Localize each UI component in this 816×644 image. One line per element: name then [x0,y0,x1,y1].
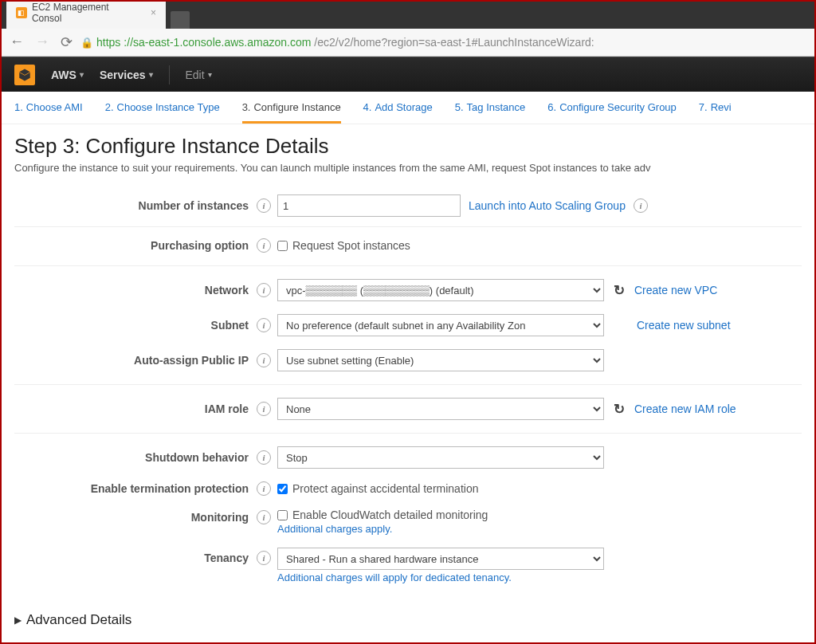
launch-asg-link[interactable]: Launch into Auto Scaling Group [469,199,626,212]
wizard-step-2[interactable]: 2.Choose Instance Type [105,101,220,124]
info-icon[interactable]: i [257,402,271,416]
new-tab-button[interactable] [171,11,190,29]
services-label: Services [100,69,146,81]
tab-close-icon[interactable]: × [151,7,156,18]
wizard-step-7[interactable]: 7.Revi [699,101,732,124]
info-icon[interactable]: i [257,318,271,332]
wizard-step-nav: 1.Choose AMI 2.Choose Instance Type 3.Co… [2,92,814,124]
row-public-ip: Auto-assign Public IP i Use subnet setti… [14,343,802,385]
browser-chrome: ◧ EC2 Management Consol × ← → ⟳ 🔒 https … [2,2,814,57]
edit-label: Edit [186,69,205,81]
info-icon[interactable]: i [257,481,271,496]
row-subnet: Subnet i No preference (default subnet i… [14,308,802,343]
iam-select[interactable]: None [277,398,604,420]
num-instances-input[interactable] [277,194,461,217]
aws-label: AWS [51,69,76,81]
info-icon[interactable]: i [634,198,648,213]
info-icon[interactable]: i [257,283,271,297]
termination-protection-checkbox[interactable] [277,484,288,494]
info-icon[interactable]: i [257,510,271,524]
row-purchasing-option: Purchasing option i Request Spot instanc… [14,226,802,266]
page-title: Step 3: Configure Instance Details [14,134,802,159]
address-bar: ← → ⟳ 🔒 https ://sa-east-1.console.aws.a… [2,29,814,56]
subnet-select[interactable]: No preference (default subnet in any Ava… [277,314,604,336]
cube-icon [18,68,32,82]
iam-label: IAM role [205,402,249,415]
reload-button[interactable]: ⟳ [61,33,73,51]
purchasing-label: Purchasing option [151,239,249,252]
row-tenancy: Tenancy i Shared - Run a shared hardware… [14,541,802,590]
services-menu[interactable]: Services ▾ [100,69,153,81]
row-termination-protection: Enable termination protection i Protect … [14,475,802,502]
subnet-label: Subnet [211,319,249,332]
create-iam-link[interactable]: Create new IAM role [634,402,736,415]
nav-divider [169,65,170,84]
create-vpc-link[interactable]: Create new VPC [634,284,717,296]
page-subtitle: Configure the instance to suit your requ… [14,162,802,174]
info-icon[interactable]: i [257,450,271,465]
num-instances-label: Number of instances [139,199,249,212]
publicip-label: Auto-assign Public IP [134,354,249,367]
page-content: Step 3: Configure Instance Details Confi… [2,124,814,638]
url-host: ://sa-east-1.console.aws.amazon.com [124,36,311,49]
refresh-icon[interactable]: ↻ [614,282,625,299]
tenancy-select[interactable]: Shared - Run a shared hardware instance [277,548,604,570]
url-path: /ec2/v2/home?region=sa-east-1#LaunchInst… [314,36,594,49]
info-icon[interactable]: i [257,551,271,565]
back-button[interactable]: ← [10,33,24,51]
monitoring-checkbox-label: Enable CloudWatch detailed monitoring [292,509,488,521]
tab-title: EC2 Management Consol [32,2,141,24]
info-icon[interactable]: i [257,353,271,367]
url-scheme: https [96,36,120,49]
info-icon[interactable]: i [257,198,271,213]
row-network: Network i vpc-▒▒▒▒▒▒▒ (▒▒▒▒▒▒▒▒▒) (defau… [14,273,802,308]
monitoring-charges-link[interactable]: Additional charges apply. [277,523,392,535]
forward-button[interactable]: → [35,33,49,51]
row-shutdown: Shutdown behavior i Stop [14,440,802,475]
request-spot-label: Request Spot instances [292,239,410,252]
refresh-icon[interactable]: ↻ [614,401,625,418]
aws-favicon: ◧ [16,7,27,18]
monitoring-checkbox[interactable] [277,510,288,520]
shutdown-select[interactable]: Stop [277,446,604,469]
wizard-step-6[interactable]: 6.Configure Security Group [547,101,677,124]
termprot-checkbox-label: Protect against accidental termination [292,482,478,495]
browser-tab[interactable]: ◧ EC2 Management Consol × [6,0,166,29]
aws-menu[interactable]: AWS ▾ [51,69,84,81]
aws-logo-icon[interactable] [14,65,35,85]
chevron-down-icon: ▾ [80,70,84,79]
chevron-down-icon: ▾ [208,70,212,79]
wizard-step-5[interactable]: 5.Tag Instance [455,101,526,124]
row-number-of-instances: Number of instances i Launch into Auto S… [14,188,802,223]
wizard-step-1[interactable]: 1.Choose AMI [14,101,83,124]
tenancy-label: Tenancy [204,552,249,564]
info-icon[interactable]: i [257,238,271,253]
wizard-step-4[interactable]: 4.Add Storage [363,101,433,124]
lock-icon: 🔒 [80,37,93,49]
network-label: Network [205,284,249,296]
aws-top-nav: AWS ▾ Services ▾ Edit ▾ [2,57,814,92]
termprot-label: Enable termination protection [91,482,249,495]
url-field[interactable]: 🔒 https ://sa-east-1.console.aws.amazon.… [80,36,806,49]
advanced-details-label: Advanced Details [26,612,131,628]
caret-right-icon: ▶ [14,615,22,626]
chevron-down-icon: ▾ [149,70,153,79]
row-monitoring: Monitoring i Enable CloudWatch detailed … [14,502,802,541]
network-select[interactable]: vpc-▒▒▒▒▒▒▒ (▒▒▒▒▒▒▒▒▒) (default) [277,279,604,301]
row-iam-role: IAM role i None ↻ Create new IAM role [14,391,802,434]
monitoring-label: Monitoring [191,511,249,524]
tab-bar: ◧ EC2 Management Consol × [2,2,814,29]
request-spot-checkbox[interactable] [277,241,288,251]
edit-menu[interactable]: Edit ▾ [186,69,212,81]
create-subnet-link[interactable]: Create new subnet [637,319,731,332]
shutdown-label: Shutdown behavior [145,451,249,464]
tenancy-charges-link[interactable]: Additional charges will apply for dedica… [277,571,512,583]
advanced-details-toggle[interactable]: ▶ Advanced Details [14,612,802,628]
publicip-select[interactable]: Use subnet setting (Enable) [277,349,604,371]
wizard-step-3[interactable]: 3.Configure Instance [242,101,341,124]
